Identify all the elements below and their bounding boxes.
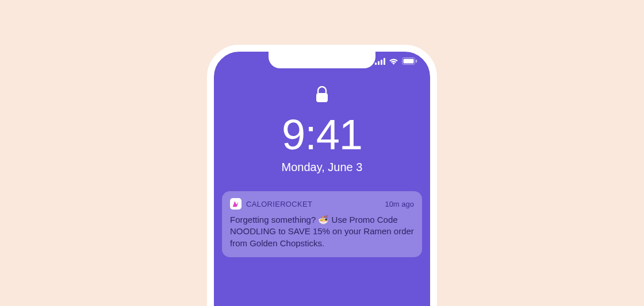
app-icon — [230, 198, 241, 210]
svg-rect-0 — [375, 63, 377, 65]
lockscreen: 9:41 Monday, June 3 CALORIEROCKET 10m ag… — [214, 52, 430, 257]
battery-icon — [402, 57, 417, 65]
wifi-icon — [389, 58, 398, 65]
svg-rect-2 — [381, 60, 382, 65]
notification-app: CALORIEROCKET — [230, 198, 312, 210]
status-bar — [375, 57, 417, 65]
notification-app-name: CALORIEROCKET — [246, 200, 312, 208]
notification-body-prefix: Forgetting something? — [230, 215, 318, 224]
lockscreen-time: 9:41 — [214, 114, 430, 156]
lock-icon — [214, 86, 430, 106]
svg-rect-3 — [384, 58, 385, 65]
ramen-emoji: 🍜 — [318, 215, 329, 224]
phone-frame: 9:41 Monday, June 3 CALORIEROCKET 10m ag… — [207, 45, 437, 306]
notification-timestamp: 10m ago — [385, 200, 414, 208]
phone-notch — [269, 51, 375, 68]
svg-rect-6 — [416, 60, 417, 63]
lockscreen-date: Monday, June 3 — [214, 161, 430, 174]
cellular-signal-icon — [375, 58, 385, 65]
svg-rect-7 — [316, 93, 328, 102]
notification-card[interactable]: CALORIEROCKET 10m ago Forgetting somethi… — [222, 191, 422, 257]
svg-rect-5 — [404, 59, 414, 64]
notification-header: CALORIEROCKET 10m ago — [230, 198, 414, 210]
notification-body: Forgetting something? 🍜 Use Promo Code N… — [230, 214, 414, 249]
svg-rect-1 — [378, 61, 379, 65]
